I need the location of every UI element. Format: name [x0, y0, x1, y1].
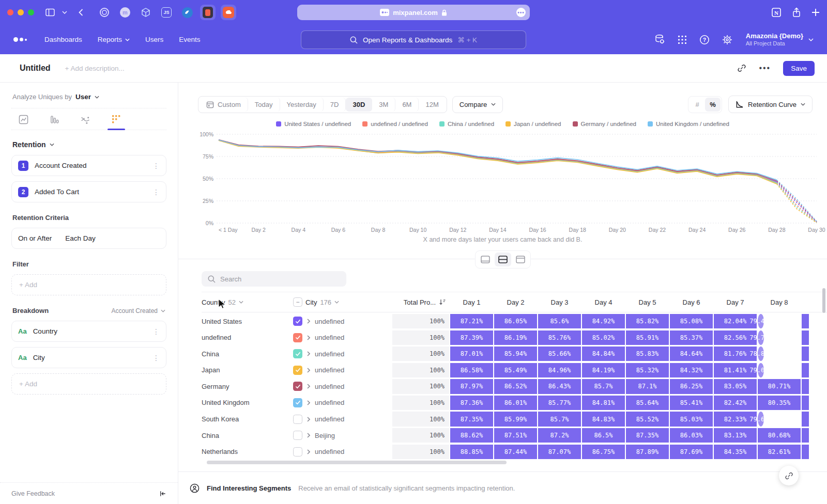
settings-gear-icon[interactable]	[722, 35, 732, 45]
table-row[interactable]: Netherlandsundefined100%88.85%87.44%87.0…	[202, 445, 827, 459]
criteria-granularity[interactable]: Each Day	[65, 234, 96, 242]
select-all-checkbox[interactable]: −	[293, 297, 302, 307]
retention-cell[interactable]: 87.89%	[626, 445, 669, 459]
day-column-header[interactable]: Day 4	[582, 298, 625, 306]
nav-dashboards[interactable]: Dashboards	[44, 36, 82, 43]
range-12m[interactable]: 12M	[419, 98, 445, 112]
retention-cell[interactable]: 86.43%	[538, 379, 581, 393]
retention-cell[interactable]: 83.13%	[714, 428, 757, 443]
retention-cell[interactable]: 84.83%	[582, 412, 625, 426]
retention-criteria-card[interactable]: On or After Each Day	[11, 228, 166, 249]
retention-cell[interactable]: 87.44%	[494, 445, 537, 459]
day-column-header[interactable]: Day 5	[626, 298, 669, 306]
retention-cell[interactable]: 79.49%	[758, 314, 764, 328]
mixpanel-logo[interactable]	[13, 37, 27, 42]
retention-cell[interactable]: 88.62%	[450, 428, 493, 443]
retention-cell[interactable]: 85.49%	[494, 363, 537, 377]
retention-cell[interactable]: 84.32%	[670, 363, 713, 377]
retention-cell[interactable]: 85.6%	[538, 314, 581, 328]
retention-cell[interactable]: 85.76%	[538, 330, 581, 345]
expand-row-icon[interactable]	[307, 449, 310, 454]
retention-cell[interactable]: 87.35%	[450, 412, 493, 426]
breakdown-city[interactable]: Aa City ⋮	[11, 347, 166, 368]
expand-row-icon[interactable]	[307, 417, 310, 422]
breakdown-event-select[interactable]: Account Created	[112, 307, 165, 314]
absolute-numbers-toggle[interactable]: #	[690, 98, 705, 112]
retention-cell[interactable]: 87.51%	[494, 428, 537, 443]
segments-title[interactable]: Find Interesting Segments	[207, 484, 291, 492]
kebab-menu-icon[interactable]: ⋮	[152, 327, 160, 336]
share-icon[interactable]	[792, 7, 801, 18]
extension-m-icon[interactable]: m	[117, 5, 133, 20]
tab-insights[interactable]	[14, 115, 32, 130]
row-checkbox[interactable]	[293, 398, 302, 407]
retention-cell[interactable]: 85.7%	[538, 412, 581, 426]
range-3m[interactable]: 3M	[372, 98, 395, 112]
retention-cell[interactable]: 87.07%	[538, 445, 581, 459]
add-filter-button[interactable]: + Add	[11, 274, 166, 295]
minimize-window-icon[interactable]	[18, 9, 24, 15]
table-row[interactable]: United Statesundefined100%87.21%86.05%85…	[202, 314, 827, 328]
retention-cell[interactable]: 87.39%	[450, 330, 493, 345]
day-column-header[interactable]: Day 2	[494, 298, 537, 306]
criteria-mode[interactable]: On or After	[18, 234, 52, 242]
table-row[interactable]: Japanundefined100%86.58%85.49%84.96%84.1…	[202, 363, 827, 377]
day-column-header[interactable]: Day 6	[670, 298, 713, 306]
day-column-header[interactable]: Day 3	[538, 298, 581, 306]
table-search[interactable]	[202, 271, 346, 287]
table-row[interactable]: United Kingdomundefined100%87.36%86.01%8…	[202, 396, 827, 410]
retention-cell[interactable]: 85.66%	[538, 346, 581, 361]
close-window-icon[interactable]	[7, 9, 13, 15]
retention-cell[interactable]: 83.05%	[714, 379, 757, 393]
retention-cell[interactable]: 87.35%	[626, 428, 669, 443]
tab-flows[interactable]	[76, 115, 94, 130]
retention-section-title[interactable]: Retention	[12, 140, 46, 149]
legend-item[interactable]: United States / undefined	[276, 121, 351, 127]
retention-cell[interactable]: 87.2%	[538, 428, 581, 443]
row-checkbox[interactable]	[293, 366, 302, 375]
extension-cube-icon[interactable]	[138, 5, 154, 20]
retention-cell[interactable]: 87.36%	[450, 396, 493, 410]
retention-cell[interactable]: 84.92%	[582, 314, 625, 328]
collapse-sidebar-icon[interactable]	[159, 490, 166, 497]
kebab-menu-icon[interactable]: ⋮	[152, 162, 160, 170]
chart-type-select[interactable]: Retention Curve	[728, 96, 813, 113]
retention-cell[interactable]: 86.58%	[450, 363, 493, 377]
give-feedback-link[interactable]: Give Feedback	[11, 490, 55, 497]
retention-cell[interactable]: 88.85%	[450, 445, 493, 459]
table-search-input[interactable]	[220, 275, 324, 283]
retention-cell[interactable]: 79.77%	[758, 330, 764, 345]
row-checkbox[interactable]	[293, 333, 302, 342]
legend-item[interactable]: China / undefined	[439, 121, 494, 127]
retention-cell[interactable]: 85.37%	[670, 330, 713, 345]
expand-row-icon[interactable]	[307, 351, 310, 356]
project-switcher[interactable]: Amazonia {Demo} All Project Data	[745, 32, 814, 48]
expand-row-icon[interactable]	[307, 400, 310, 405]
country-column-header[interactable]: Country52	[202, 298, 292, 306]
expand-row-icon[interactable]	[307, 368, 310, 373]
retention-cell[interactable]: 84.84%	[582, 346, 625, 361]
legend-item[interactable]: United Kingdom / undefined	[648, 121, 729, 127]
global-search[interactable]: Open Reports & Dashboards ⌘ + K	[301, 30, 526, 49]
retention-cell[interactable]: 87.1%	[626, 379, 669, 393]
retention-cell[interactable]: 85.02%	[582, 330, 625, 345]
retention-cell[interactable]: 79.62%	[758, 412, 764, 426]
tab-funnels[interactable]	[45, 115, 63, 130]
site-options-icon[interactable]: •••	[516, 8, 526, 17]
kebab-menu-icon[interactable]: ⋮	[152, 188, 160, 196]
legend-item[interactable]: Japan / undefined	[506, 121, 561, 127]
extension-target-icon[interactable]	[97, 5, 112, 20]
expand-row-icon[interactable]	[307, 319, 310, 324]
table-row[interactable]: ChinaBeijing100%88.62%87.51%87.2%86.5%87…	[202, 428, 827, 443]
add-description[interactable]: + Add description...	[65, 65, 125, 72]
expand-row-icon[interactable]	[307, 433, 310, 438]
retention-step-2[interactable]: 2 Added To Cart ⋮	[11, 181, 166, 202]
range-yesterday[interactable]: Yesterday	[280, 98, 324, 112]
retention-cell[interactable]: 85.03%	[670, 412, 713, 426]
retention-cell[interactable]: 85.91%	[626, 330, 669, 345]
new-tab-icon[interactable]	[811, 8, 820, 17]
retention-cell[interactable]: 78.87%	[758, 346, 764, 361]
retention-chart[interactable]: 0%25%50%75%100%< 1 DayDay 2Day 4Day 6Day…	[178, 128, 827, 236]
table-row[interactable]: Germanyundefined100%87.97%86.52%86.43%85…	[202, 379, 827, 393]
address-bar[interactable]: mixpanel.com •••	[297, 5, 530, 20]
